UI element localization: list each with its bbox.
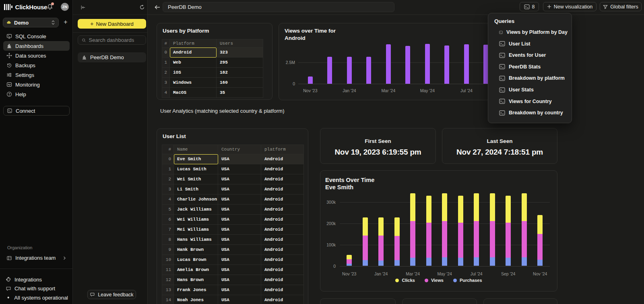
new-visualization-button[interactable]: New visualization bbox=[543, 2, 597, 11]
global-filters-button[interactable]: Global filters bbox=[600, 2, 642, 11]
sidebar-item-chat-support[interactable]: Chat with support bbox=[3, 284, 70, 294]
queries-menu-item[interactable]: Views by Platform by Day bbox=[488, 27, 572, 38]
table-cell[interactable]: Android bbox=[261, 215, 304, 225]
table-cell[interactable]: 3 bbox=[162, 184, 174, 194]
table-cell[interactable]: 1 bbox=[162, 58, 170, 68]
table-cell[interactable]: 7 bbox=[162, 225, 174, 235]
queries-count-button[interactable]: 8 bbox=[520, 2, 539, 11]
organization-team-item[interactable]: Integrations team bbox=[3, 253, 70, 263]
sidebar-item-system-status[interactable]: All systems operational bbox=[3, 293, 70, 302]
queries-menu-item[interactable]: Breakdown by country bbox=[488, 107, 572, 118]
add-workspace-button[interactable]: + bbox=[62, 18, 70, 26]
table-cell[interactable]: USA bbox=[218, 164, 261, 174]
table-cell[interactable]: Frank Jones bbox=[174, 285, 218, 295]
table-cell[interactable]: Android bbox=[261, 194, 304, 205]
table-cell[interactable]: Android bbox=[261, 275, 304, 285]
table-cell[interactable]: USA bbox=[218, 184, 261, 194]
table-cell[interactable]: 9 bbox=[162, 245, 174, 255]
table-cell[interactable]: 0 bbox=[162, 48, 170, 58]
sidebar-item-integrations[interactable]: Integrations bbox=[3, 275, 70, 284]
table-cell[interactable]: USA bbox=[218, 255, 261, 265]
table-cell[interactable]: 10 bbox=[162, 255, 174, 265]
table-cell[interactable]: Wei Williams bbox=[174, 215, 218, 225]
leave-feedback-button[interactable]: Leave feedback bbox=[87, 290, 136, 299]
table-cell[interactable]: USA bbox=[218, 215, 261, 225]
search-dashboards-input[interactable] bbox=[89, 37, 142, 43]
table-cell[interactable]: Wei Smith bbox=[174, 174, 218, 184]
table-cell[interactable]: MacOS bbox=[170, 88, 217, 98]
table-cell[interactable]: Android bbox=[261, 285, 304, 295]
table-cell[interactable]: Android bbox=[261, 225, 304, 235]
table-cell[interactable]: 2 bbox=[162, 68, 170, 78]
table-cell[interactable]: Amelia Brown bbox=[174, 265, 218, 275]
table-cell[interactable]: 4 bbox=[162, 194, 174, 205]
table-cell[interactable]: Lucas Smith bbox=[174, 164, 218, 174]
table-cell[interactable]: USA bbox=[218, 225, 261, 235]
dashboard-title-input[interactable] bbox=[163, 2, 394, 12]
table-cell[interactable]: Windows bbox=[170, 78, 217, 88]
table-cell[interactable]: 8 bbox=[162, 235, 174, 245]
table-cell[interactable]: Hank Brown bbox=[174, 245, 218, 255]
table-cell[interactable]: Android bbox=[261, 265, 304, 275]
table-cell[interactable]: Hans Brown bbox=[174, 275, 218, 285]
queries-menu-item[interactable]: Views for Country bbox=[488, 96, 572, 107]
sidebar-item-sql-console[interactable]: SQL Console bbox=[3, 31, 70, 41]
sidebar-item-settings[interactable]: Settings bbox=[3, 70, 70, 80]
table-cell[interactable]: 160 bbox=[217, 78, 263, 88]
table-cell[interactable]: 6 bbox=[162, 215, 174, 225]
table-cell[interactable]: 3 bbox=[162, 78, 170, 88]
table-cell[interactable]: USA bbox=[218, 275, 261, 285]
table-cell[interactable]: 323 bbox=[217, 48, 263, 58]
table-cell[interactable]: USA bbox=[218, 265, 261, 275]
table-cell[interactable]: 4 bbox=[162, 88, 170, 98]
table-cell[interactable]: USA bbox=[218, 174, 261, 184]
table-cell[interactable]: Eve Smith bbox=[174, 154, 218, 164]
table-cell[interactable]: Android bbox=[261, 205, 304, 215]
table-cell[interactable]: Charlie Johnson bbox=[174, 194, 218, 205]
table-cell[interactable]: Android bbox=[261, 184, 304, 194]
table-cell[interactable]: USA bbox=[218, 194, 261, 205]
table-cell[interactable]: Lucas Brown bbox=[174, 255, 218, 265]
table-cell[interactable]: Mei Williams bbox=[174, 225, 218, 235]
dashboard-list-item[interactable]: PeerDB Demo bbox=[78, 52, 146, 62]
table-cell[interactable]: USA bbox=[218, 235, 261, 245]
table-cell[interactable]: Hans Williams bbox=[174, 235, 218, 245]
table-cell[interactable]: Android bbox=[261, 154, 304, 164]
table-cell[interactable]: 13 bbox=[162, 285, 174, 295]
table-cell[interactable]: USA bbox=[218, 295, 261, 304]
table-cell[interactable]: 2 bbox=[162, 174, 174, 184]
table-cell[interactable]: 35 bbox=[217, 88, 263, 98]
table-cell[interactable]: 11 bbox=[162, 265, 174, 275]
queries-menu-item[interactable]: User List bbox=[488, 38, 572, 50]
table-cell[interactable]: Li Smith bbox=[174, 184, 218, 194]
sidebar-item-help[interactable]: Help bbox=[3, 89, 70, 99]
table-cell[interactable]: 0 bbox=[162, 154, 174, 164]
table-cell[interactable]: USA bbox=[218, 285, 261, 295]
table-cell[interactable]: USA bbox=[218, 245, 261, 255]
collapse-panel-icon[interactable] bbox=[79, 4, 87, 11]
queries-menu-item[interactable]: Breakdown by platform bbox=[488, 72, 572, 84]
table-cell[interactable]: Jack Williams bbox=[174, 205, 218, 215]
table-cell[interactable]: 295 bbox=[217, 58, 263, 68]
sidebar-item-monitoring[interactable]: Monitoring bbox=[3, 80, 70, 89]
table-cell[interactable]: Android bbox=[170, 48, 217, 58]
table-cell[interactable]: Noah Jones bbox=[174, 295, 218, 304]
sidebar-item-dashboards[interactable]: Dashboards bbox=[3, 41, 70, 51]
legend-item[interactable]: Views bbox=[425, 278, 444, 283]
new-dashboard-button[interactable]: + New Dashboard bbox=[78, 19, 146, 29]
table-cell[interactable]: 182 bbox=[217, 68, 263, 78]
table-cell[interactable]: 5 bbox=[162, 205, 174, 215]
table-cell[interactable]: Android bbox=[261, 164, 304, 174]
table-cell[interactable]: 1 bbox=[162, 164, 174, 174]
legend-item[interactable]: Clicks bbox=[395, 278, 415, 283]
table-cell[interactable]: Web bbox=[170, 58, 217, 68]
workspace-select[interactable]: Demo bbox=[3, 18, 59, 27]
connect-button[interactable]: Connect bbox=[3, 106, 70, 116]
table-cell[interactable]: Android bbox=[261, 235, 304, 245]
table-cell[interactable]: USA bbox=[218, 154, 261, 164]
avatar[interactable]: ZN bbox=[61, 3, 69, 11]
table-cell[interactable]: Android bbox=[261, 255, 304, 265]
sidebar-item-data-sources[interactable]: Data sources bbox=[3, 51, 70, 60]
table-cell[interactable]: 12 bbox=[162, 275, 174, 285]
refresh-icon[interactable] bbox=[138, 4, 146, 11]
